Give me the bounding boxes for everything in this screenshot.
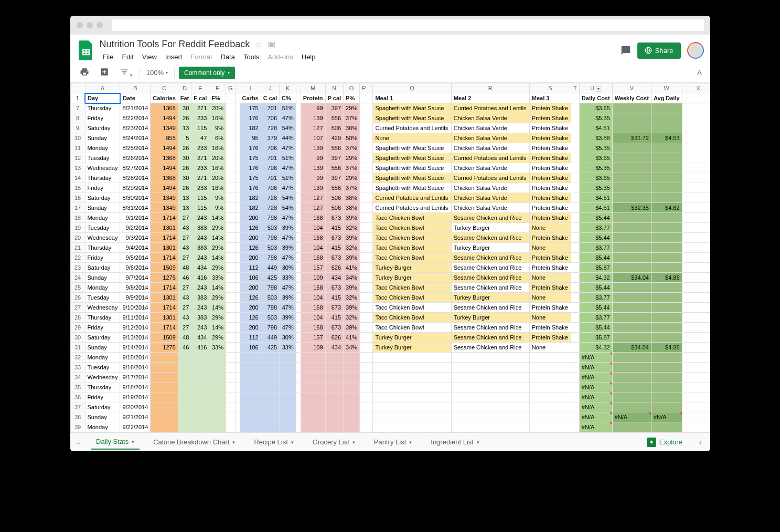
sep[interactable] bbox=[226, 123, 235, 133]
sep[interactable] bbox=[226, 163, 235, 173]
menu-data[interactable]: Data bbox=[218, 52, 238, 62]
col-header-J[interactable]: J bbox=[261, 83, 279, 93]
cell-avgdaily[interactable] bbox=[651, 233, 682, 243]
blank[interactable] bbox=[368, 113, 373, 123]
cell-fp[interactable]: 9% bbox=[209, 193, 226, 203]
cell-meal1[interactable]: Spaghetti with Meat Sauce bbox=[373, 113, 451, 123]
blank[interactable] bbox=[682, 93, 687, 103]
blank[interactable] bbox=[296, 343, 301, 353]
cell-fat[interactable]: 30 bbox=[178, 153, 191, 163]
sep[interactable] bbox=[360, 373, 368, 382]
cell-meal3[interactable]: None bbox=[529, 223, 571, 233]
sep[interactable] bbox=[226, 213, 235, 223]
cell-date[interactable]: 9/2/2014 bbox=[120, 223, 151, 233]
sep[interactable] bbox=[226, 323, 235, 333]
cell-pro[interactable]: 139 bbox=[301, 143, 325, 153]
header-ccal[interactable]: C cal bbox=[261, 93, 279, 103]
cell-carb[interactable]: 176 bbox=[240, 163, 261, 173]
cell-carb[interactable]: 126 bbox=[240, 243, 261, 253]
cell-avgdaily[interactable]: $4.62 bbox=[651, 203, 682, 213]
cell-fat[interactable]: 27 bbox=[178, 213, 191, 223]
cell-weeklycost[interactable] bbox=[612, 173, 651, 183]
blank[interactable] bbox=[235, 243, 240, 253]
url-bar[interactable] bbox=[112, 19, 704, 31]
cell-pp[interactable] bbox=[344, 373, 360, 382]
cell-cp[interactable]: 39% bbox=[280, 243, 296, 253]
sep[interactable] bbox=[226, 203, 235, 213]
cell-meal1[interactable]: Taco Chicken Bowl bbox=[373, 233, 451, 243]
blank[interactable] bbox=[682, 422, 687, 432]
sep[interactable] bbox=[571, 153, 580, 163]
blank[interactable] bbox=[235, 402, 240, 412]
cell-fcal[interactable]: 416 bbox=[191, 273, 209, 283]
cell-fcal[interactable]: 115 bbox=[191, 203, 209, 213]
cell-fp[interactable]: 33% bbox=[209, 343, 226, 353]
blank[interactable] bbox=[687, 293, 710, 303]
cell-ccal[interactable]: 425 bbox=[261, 273, 279, 283]
cell-cal[interactable]: 1714 bbox=[151, 323, 178, 333]
cell-meal3[interactable]: Protein Shake bbox=[529, 263, 571, 273]
cell-dailycost[interactable]: $3.77 bbox=[579, 313, 612, 323]
blank[interactable] bbox=[368, 123, 373, 133]
cell-pro[interactable] bbox=[301, 373, 325, 382]
cell-cal[interactable]: 1349 bbox=[151, 203, 178, 213]
cell-fp[interactable]: 29% bbox=[209, 223, 226, 233]
cell-meal1[interactable]: Turkey Burger bbox=[373, 333, 451, 343]
menu-add-ons[interactable]: Add-ons bbox=[264, 52, 296, 62]
cell-weeklycost[interactable] bbox=[612, 213, 651, 223]
sep[interactable] bbox=[226, 293, 235, 303]
cell-ccal[interactable] bbox=[261, 402, 279, 412]
cell-meal1[interactable]: Turkey Burger bbox=[373, 343, 451, 353]
blank[interactable] bbox=[687, 333, 710, 343]
sheet-tab-grocery-list[interactable]: Grocery List ▾ bbox=[307, 434, 360, 450]
header-cp[interactable]: C% bbox=[280, 93, 296, 103]
cell-day[interactable]: Sunday bbox=[85, 273, 120, 283]
cell-fat[interactable]: 26 bbox=[178, 163, 191, 173]
cell-pcal[interactable] bbox=[325, 353, 344, 363]
cell-pro[interactable]: 104 bbox=[301, 223, 325, 233]
cell-dailycost[interactable]: $5.44 bbox=[579, 253, 612, 263]
sep[interactable] bbox=[226, 382, 235, 392]
cell-day[interactable]: Tuesday bbox=[85, 153, 120, 163]
cell-meal1[interactable]: Spaghetti with Meat Sauce bbox=[373, 153, 451, 163]
cell-fat[interactable]: 26 bbox=[178, 113, 191, 123]
sep[interactable] bbox=[360, 303, 368, 313]
cell-cal[interactable] bbox=[151, 412, 178, 422]
sep[interactable] bbox=[360, 203, 368, 213]
move-folder-icon[interactable]: ▣ bbox=[268, 39, 275, 49]
cell-fat[interactable] bbox=[178, 373, 191, 382]
cell-pcal[interactable]: 397 bbox=[325, 173, 344, 183]
cell-pro[interactable] bbox=[301, 402, 325, 412]
sep[interactable] bbox=[571, 223, 580, 233]
cell-dailycost[interactable]: $5.87 bbox=[579, 333, 612, 343]
cell-dailycost[interactable]: $5.44 bbox=[579, 303, 612, 313]
sep[interactable] bbox=[571, 373, 580, 382]
cell-fp[interactable]: 33% bbox=[209, 273, 226, 283]
sep[interactable] bbox=[571, 343, 580, 353]
cell-fcal[interactable] bbox=[191, 412, 209, 422]
sep[interactable] bbox=[571, 303, 580, 313]
header-weeklycost[interactable]: Weekly Cost bbox=[612, 93, 651, 103]
blank[interactable] bbox=[368, 343, 373, 353]
cell-day[interactable]: Monday bbox=[85, 213, 120, 223]
blank[interactable] bbox=[368, 303, 373, 313]
blank[interactable] bbox=[368, 382, 373, 392]
cell-day[interactable]: Sunday bbox=[85, 133, 120, 143]
cell-day[interactable]: Tuesday bbox=[85, 363, 120, 373]
cell-meal1[interactable]: Taco Chicken Bowl bbox=[373, 243, 451, 253]
cell-ccal[interactable]: 798 bbox=[261, 233, 279, 243]
cell-pcal[interactable]: 673 bbox=[325, 303, 344, 313]
cell-date[interactable]: 9/12/2014 bbox=[120, 323, 151, 333]
cell-ccal[interactable]: 701 bbox=[261, 103, 279, 113]
blank[interactable] bbox=[296, 382, 301, 392]
cell-weeklycost[interactable] bbox=[612, 153, 651, 163]
cell-meal2[interactable]: Chicken Salsa Verde bbox=[451, 113, 529, 123]
header-meal3[interactable]: Meal 3 bbox=[529, 93, 571, 103]
sep[interactable] bbox=[571, 113, 580, 123]
blank[interactable] bbox=[687, 223, 710, 233]
sep[interactable] bbox=[226, 343, 235, 353]
cell-pp[interactable]: 29% bbox=[344, 173, 360, 183]
blank[interactable] bbox=[682, 213, 687, 223]
cell-pro[interactable]: 104 bbox=[301, 313, 325, 323]
cell-pp[interactable] bbox=[344, 422, 360, 432]
